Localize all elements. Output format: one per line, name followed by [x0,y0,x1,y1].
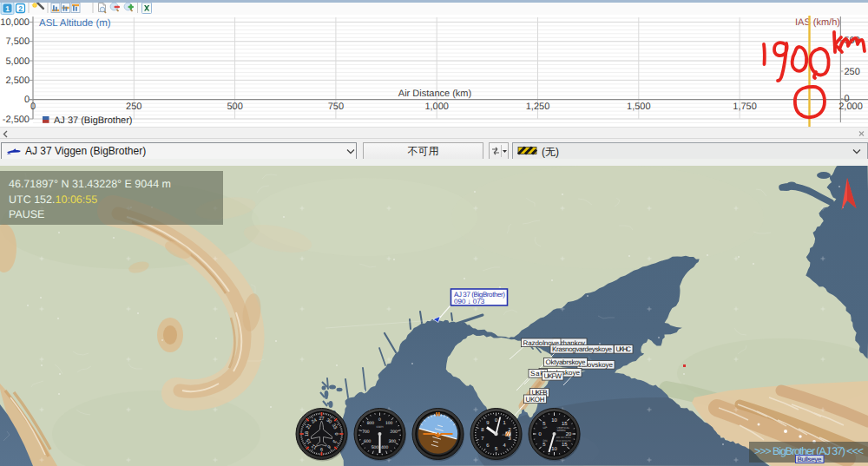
svg-text:1: 1 [5,4,10,13]
svg-text:1: 1 [503,421,506,426]
svg-text:400: 400 [381,445,389,450]
svg-text:0: 0 [495,417,497,423]
svg-text:UTC 152.10:06:55: UTC 152.10:06:55 [9,194,97,206]
svg-text:5: 5 [542,443,545,448]
svg-text:10,000: 10,000 [0,17,30,28]
svg-text:9: 9 [320,446,323,451]
svg-text:IAS (km/h): IAS (km/h) [795,17,840,28]
svg-text:Krasnogvardeyskoye: Krasnogvardeyskoye [552,345,613,353]
svg-text:1,500: 1,500 [627,102,651,112]
svg-text:200: 200 [391,430,398,435]
svg-text:UP: UP [543,426,548,430]
svg-text:2: 2 [18,4,23,13]
svg-text:2,000: 2,000 [838,102,863,112]
svg-text:18: 18 [305,431,310,436]
svg-text:800: 800 [367,421,375,426]
svg-text:KM/H: KM/H [377,425,385,429]
svg-text:1,250: 1,250 [526,102,550,112]
svg-text:2,500: 2,500 [5,75,30,86]
svg-text:SPEED: SPEED [557,429,567,432]
svg-text:UKFW: UKFW [544,372,562,380]
svg-text:ASL Altitude (m): ASL Altitude (m) [39,18,111,29]
svg-text:0: 0 [378,417,381,423]
svg-text:UKHC: UKHC [615,345,631,353]
svg-text:DN: DN [543,439,548,443]
svg-text:5: 5 [495,447,497,452]
svg-text:5,000: 5,000 [5,56,30,67]
svg-text:7: 7 [481,436,483,442]
svg-text:700: 700 [362,430,370,435]
svg-text:1,750: 1,750 [733,102,757,112]
svg-text:9: 9 [486,420,489,426]
svg-text:0: 0 [333,433,339,436]
svg-text:-2,500: -2,500 [3,115,30,125]
svg-text:10: 10 [551,446,556,452]
svg-text:0: 0 [24,95,30,105]
svg-text:8: 8 [481,427,483,433]
svg-text:0: 0 [844,94,849,104]
svg-text:6: 6 [486,443,489,449]
svg-text:500: 500 [227,102,242,112]
svg-text:Air Distance (km): Air Distance (km) [398,89,471,99]
svg-text:UKOH: UKOH [526,396,545,404]
svg-text:090 ↓ 073: 090 ↓ 073 [454,298,485,305]
svg-text:Bullseye: Bullseye [798,456,823,463]
svg-text:0: 0 [538,431,541,437]
svg-text:PAUSE: PAUSE [9,208,44,220]
svg-text:15: 15 [562,443,567,448]
svg-text:250: 250 [126,102,141,112]
svg-text:46.71897° N 31.43228° E 9044: 46.71897° N 31.43228° E 9044 m [9,178,171,190]
svg-text:1,000: 1,000 [424,102,449,112]
svg-text:7,500: 7,500 [5,36,30,47]
svg-text:PER MINUTE: PER MINUTE [556,439,571,443]
svg-text:10: 10 [551,417,556,423]
svg-text:0: 0 [30,102,36,112]
svg-text:250: 250 [844,67,859,77]
svg-text:AJ 37 (BigBrother): AJ 37 (BigBrother) [54,115,132,126]
svg-text:100: 100 [385,421,393,426]
svg-text:3: 3 [509,436,511,442]
svg-text:750: 750 [328,102,344,112]
svg-text:600: 600 [364,439,372,444]
svg-text:500: 500 [372,445,379,450]
svg-text:Oktyabrskoye: Oktyabrskoye [546,358,587,366]
svg-text:300: 300 [389,439,397,444]
